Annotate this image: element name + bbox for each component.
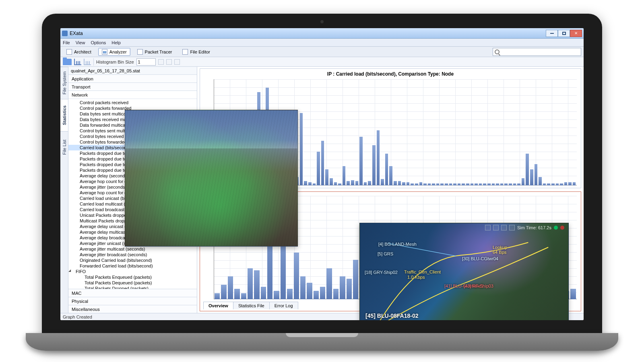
mode-architect-label: Architect [74,49,91,54]
chart-bar [394,181,397,185]
plot-icon[interactable] [74,59,81,65]
chart-bar [300,113,303,185]
histogram-label: Histogram Bin Size [96,60,134,64]
window-controls [546,30,582,37]
chart-bar [234,289,239,299]
chart-bar [320,287,325,299]
chart-bar [368,181,371,185]
map-label-lookup: Lookup [493,245,507,250]
chart-bar [330,178,333,185]
section-network[interactable]: Network [68,91,197,99]
map-label-grs: [5] GRS [378,251,393,256]
chart-bar [407,182,410,185]
chart-bar [228,276,233,299]
analyzer-icon [102,49,107,55]
histogram-bin-size-input[interactable] [136,58,156,66]
mode-architect[interactable]: Architect [63,48,95,56]
map-label-bgland: [4] BG-LAND-Mesh [378,242,417,247]
chart-bar [307,283,312,299]
chart-bar [381,179,384,185]
status-text: Graph Created [63,315,92,319]
toolbar-icon-2[interactable] [166,59,172,65]
map-label-cg04: [30] BLU-CGtwr04 [462,256,498,261]
chart-bar [530,169,533,185]
tree-item[interactable]: Total Packets Dropped (packets) [68,286,197,289]
chart-bar [385,154,388,185]
laptop-base [26,333,618,351]
chart-bar [351,180,354,185]
menu-file[interactable]: File [63,40,70,45]
chart-bar [304,181,307,185]
chart-bar [359,137,363,185]
packet-tracer-icon [137,49,143,55]
tab-statistics-file[interactable]: Statistics File [233,302,270,309]
menu-options[interactable]: Options [91,40,106,45]
tree-item[interactable]: Total Packets Enqueued (packets) [68,274,197,280]
tree-item[interactable]: Total Packets Dequeued (packets) [68,280,197,286]
open-folder-icon[interactable] [63,59,72,65]
chart-bar [287,289,292,299]
main-body: File System Statistics File List qualnet… [60,67,584,313]
search-input[interactable] [501,49,579,54]
section-application[interactable]: Application [68,75,197,83]
open-file-row: qualnet_Apr_05_16_17_28_05.stat [68,67,197,75]
laptop-camera [320,20,324,23]
mode-analyzer[interactable]: Analyzer [98,48,130,56]
toolbar-extra-icons [158,59,180,65]
tree-item[interactable]: Average jitter broadcast (seconds) [68,252,197,257]
window-titlebar: EXata [60,28,584,39]
side-tab-statistics[interactable]: Statistics [60,99,68,131]
chart-bar [402,182,405,185]
section-misc[interactable]: Miscellaneous [68,305,197,313]
side-tab-file-system[interactable]: File System [60,67,68,99]
map-label-traffic: Traffic_Gen_Client [404,269,441,274]
chart-bar [573,182,576,185]
file-editor-icon [182,49,188,55]
app-icon [62,31,68,36]
scenario-city-overlay [125,110,298,247]
window-minimize-button[interactable] [546,30,558,37]
scenario-3d-map-overlay: Sim Time: 617.2s [45] BLU-08FA18-02 Traf… [359,223,569,320]
search-box[interactable] [493,48,581,56]
chart-bar [364,182,367,185]
architect-icon [66,49,72,55]
chart-bar [333,289,339,299]
mode-packet-tracer-label: Packet Tracer [145,49,172,54]
chart-bar [353,260,358,299]
laptop-notch [286,333,358,337]
chart-bar [221,285,226,299]
tree-item[interactable]: Average jitter multicast (seconds) [68,246,197,252]
toolbar-icon-1[interactable] [158,59,164,65]
window-maximize-button[interactable] [558,30,570,37]
chart-bar [308,182,312,185]
tab-error-log[interactable]: Error Log [269,302,298,309]
chart-bar [343,166,346,185]
tree-group-fifo[interactable]: FIFO [68,269,197,274]
section-physical[interactable]: Physical [68,297,197,305]
chart-bar [300,276,305,299]
chart-bar [377,130,380,185]
tab-overview[interactable]: Overview [203,302,233,309]
tree-item[interactable]: Forwarded Carried load (bits/second) [68,263,197,269]
tree-item[interactable]: Originated Carried load (bits/second) [68,257,197,263]
mode-file-editor-label: File Editor [190,49,210,54]
section-transport[interactable]: Transport [68,83,197,91]
chart-bar [321,141,324,185]
side-tab-file-list[interactable]: File List [60,131,68,163]
menu-help[interactable]: Help [111,40,121,45]
toolbar-icon-3[interactable] [174,59,180,65]
window-close-button[interactable] [570,30,582,37]
side-tabs: File System Statistics File List [60,67,68,313]
map-label-main: [45] BLU-08FA18-02 [365,313,419,319]
menu-view[interactable]: View [76,40,85,45]
mode-file-editor[interactable]: File Editor [179,48,214,56]
tree-item[interactable]: Control packets received [68,100,197,105]
map-label-lookup-bps: 64 Bps [493,250,506,255]
mode-analyzer-label: Analyzer [109,49,127,54]
chart-bar [340,276,345,299]
mode-packet-tracer[interactable]: Packet Tracer [134,48,176,56]
map-label-rf: [43] RF-Ship03 [464,284,493,288]
chart-bar [535,164,538,185]
chart-bar [347,181,350,185]
section-mac[interactable]: MAC [68,289,197,297]
